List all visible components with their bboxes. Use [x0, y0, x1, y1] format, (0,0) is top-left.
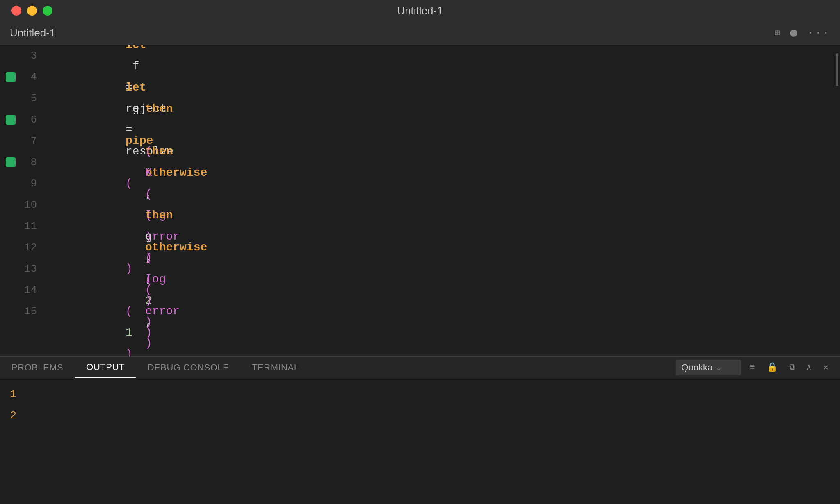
gutter-8: 8 [0, 156, 43, 168]
output-area: 1 2 [0, 378, 834, 504]
keyword-then-12: then [145, 102, 173, 115]
fullscreen-button[interactable] [43, 6, 52, 16]
panel-tabs-left: PROBLEMS OUTPUT DEBUG CONSOLE TERMINAL [0, 357, 310, 378]
no-breakpoint-11 [6, 221, 16, 231]
editor-scrollbar[interactable] [834, 45, 840, 356]
code-line-15: 15 ) ( 1 ) [0, 301, 834, 322]
line-num-5: 5 [21, 92, 37, 104]
traffic-lights [11, 6, 52, 16]
gutter-5: 5 [0, 92, 43, 104]
open-paren-15b: ( [126, 305, 132, 318]
gutter-4: 4 [0, 71, 43, 83]
output-linenum-1: 1 [0, 388, 25, 400]
gutter-9: 9 [0, 177, 43, 190]
keyword-let-4: let [126, 45, 146, 51]
minimize-button[interactable] [27, 6, 37, 16]
no-breakpoint-7 [6, 136, 16, 146]
tab-terminal[interactable]: TERMINAL [240, 357, 310, 378]
gutter-14: 14 [0, 284, 43, 296]
breakpoint-6[interactable] [6, 115, 16, 125]
no-breakpoint-14 [6, 285, 16, 295]
tab-output[interactable]: OUTPUT [75, 357, 136, 378]
tab-problems[interactable]: PROBLEMS [0, 357, 75, 378]
gutter-10: 10 [0, 199, 43, 211]
breakpoint-8[interactable] [6, 157, 16, 167]
copy-icon[interactable]: ⧉ [786, 361, 798, 374]
close-button[interactable] [11, 6, 21, 16]
space-14 [145, 262, 152, 275]
output-source-dropdown[interactable]: Quokka ⌄ [676, 360, 741, 375]
open-paren-12a: ( [145, 145, 152, 158]
gutter-7: 7 [0, 135, 43, 147]
editor-main[interactable]: 3 4 let f = reject [0, 45, 840, 356]
panel-scrollbar[interactable] [834, 378, 840, 504]
no-breakpoint-3 [6, 51, 16, 61]
gutter-15: 15 [0, 305, 43, 318]
scrollbar-thumb[interactable] [836, 53, 838, 86]
gutter-11: 11 [0, 220, 43, 232]
panel-tabs-right: Quokka ⌄ ≡ 🔒 ⧉ ∧ ✕ [676, 360, 840, 375]
close-paren-15a: ) [126, 262, 132, 275]
line-content-15: ) ( 1 ) [43, 237, 132, 356]
close-panel-icon[interactable]: ✕ [820, 360, 832, 375]
unsaved-indicator [790, 30, 797, 37]
output-linenum-2: 2 [0, 409, 25, 422]
no-breakpoint-13 [6, 264, 16, 274]
panel-tabs: PROBLEMS OUTPUT DEBUG CONSOLE TERMINAL Q… [0, 357, 840, 378]
line-num-14: 14 [21, 284, 37, 296]
fn-K: K [145, 166, 152, 179]
titlebar: Untitled-1 [0, 0, 840, 21]
gutter-3: 3 [0, 50, 43, 62]
gutter-12: 12 [0, 241, 43, 254]
line-num-10: 10 [21, 199, 37, 211]
breakpoint-4[interactable] [6, 72, 16, 82]
line-num-4: 4 [21, 71, 37, 83]
space-15 [126, 284, 132, 296]
line-num-12: 12 [21, 241, 37, 254]
list-filter-icon[interactable]: ≡ [746, 361, 758, 374]
space-12 [145, 124, 152, 136]
split-editor-icon[interactable]: ⊞ [774, 27, 780, 39]
num-1: 1 [126, 326, 132, 339]
output-line-2: 2 [0, 408, 834, 429]
gutter-13: 13 [0, 263, 43, 275]
window-title: Untitled-1 [397, 5, 443, 17]
tab-actions: ⊞ ··· [774, 27, 830, 39]
output-line-1: 1 [0, 386, 834, 408]
no-breakpoint-12 [6, 243, 16, 252]
gutter-6: 6 [0, 114, 43, 126]
tabbar: Untitled-1 ⊞ ··· [0, 21, 840, 45]
no-breakpoint-10 [6, 200, 16, 210]
close-paren-15b: ) [126, 347, 132, 356]
line-num-15: 15 [21, 305, 37, 318]
line-num-6: 6 [21, 114, 37, 126]
no-breakpoint-5 [6, 93, 16, 103]
more-actions-icon[interactable]: ··· [807, 27, 830, 39]
editor-container: 3 4 let f = reject [0, 45, 840, 504]
panel: PROBLEMS OUTPUT DEBUG CONSOLE TERMINAL Q… [0, 356, 840, 504]
dropdown-value: Quokka [681, 362, 712, 373]
line-num-13: 13 [21, 263, 37, 275]
open-paren-14: ( [145, 284, 152, 296]
lock-icon[interactable]: 🔒 [763, 360, 781, 375]
code-area: 3 4 let f = reject [0, 45, 834, 356]
line-num-7: 7 [21, 135, 37, 147]
no-breakpoint-9 [6, 179, 16, 188]
chevron-down-icon: ⌄ [717, 363, 721, 372]
line-num-9: 9 [21, 177, 37, 190]
close-paren-14: ) [145, 326, 152, 339]
collapse-panel-icon[interactable]: ∧ [803, 360, 815, 375]
line-num-3: 3 [21, 50, 37, 62]
keyword-otherwise-14: otherwise [145, 241, 207, 254]
tab-title[interactable]: Untitled-1 [10, 27, 55, 39]
tab-debug-console[interactable]: DEBUG CONSOLE [136, 357, 240, 378]
line-num-11: 11 [21, 220, 37, 232]
line-num-8: 8 [21, 156, 37, 168]
panel-content: 1 2 [0, 378, 840, 504]
no-breakpoint-15 [6, 306, 16, 316]
